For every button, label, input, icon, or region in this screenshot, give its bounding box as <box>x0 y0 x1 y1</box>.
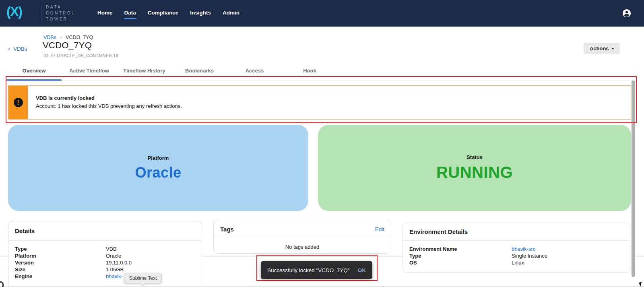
detail-label-type: Type <box>15 246 106 252</box>
environment-card: Environment Details Environment Name bha… <box>402 223 630 273</box>
nav-item-home[interactable]: Home <box>97 7 113 19</box>
details-heading: Details <box>15 227 35 234</box>
detail-label-size: Size <box>15 266 106 273</box>
status-label: Status <box>466 154 483 160</box>
warning-strip: ! <box>8 86 28 119</box>
table-row: OS Linux <box>409 259 623 266</box>
environment-heading: Environment Details <box>409 228 468 235</box>
tags-card-header: Tags Edit <box>214 220 391 238</box>
tab-active-timeflow[interactable]: Active Timeflow <box>62 68 117 74</box>
tab-overview[interactable]: Overview <box>6 68 62 74</box>
env-label-os: OS <box>409 259 512 266</box>
brand-line-2: CONTROL <box>46 10 75 16</box>
active-tab-underline <box>6 79 62 81</box>
detail-value-type: VDB <box>106 246 117 252</box>
page-title: VCDO_7YQ <box>43 40 92 51</box>
exclamation-circle-icon: ! <box>14 98 23 107</box>
breadcrumb: VDBs › VCDO_7YQ <box>43 35 93 40</box>
lock-success-toast: Successfully locked "VCDO_7YQ" OK <box>261 261 372 279</box>
toast-message: Successfully locked "VCDO_7YQ" <box>267 267 354 273</box>
table-row: Type Single Instance <box>409 252 623 259</box>
breadcrumb-current: VCDO_7YQ <box>66 35 93 40</box>
breadcrumb-separator-icon: › <box>60 35 62 40</box>
actions-label: Actions <box>590 45 609 52</box>
tab-timeflow-history[interactable]: Timeflow History <box>117 68 172 74</box>
detail-label-platform: Platform <box>15 252 106 259</box>
back-chevron-icon: ‹ <box>8 45 10 52</box>
platform-card: Platform Oracle <box>8 125 308 211</box>
brand-name: DATA CONTROL TOWER <box>46 4 75 22</box>
table-row: Size 1.05GB <box>15 266 195 273</box>
back-to-vdbs-link[interactable]: ‹VDBs <box>8 45 27 52</box>
environment-card-header: Environment Details <box>403 223 630 241</box>
app-window: (X) DATA CONTROL TOWER Home Data Complia… <box>0 0 644 287</box>
chevron-down-icon: ▾ <box>612 47 614 51</box>
actions-button[interactable]: Actions ▾ <box>584 43 620 54</box>
details-card-header: Details <box>8 221 202 241</box>
warning-text: Account: 1 has locked this VDB preventin… <box>36 103 182 109</box>
vertical-scrollbar[interactable] <box>632 81 635 277</box>
top-navbar: (X) DATA CONTROL TOWER Home Data Complia… <box>0 0 644 27</box>
brand-divider <box>41 5 41 21</box>
main-nav: Home Data Compliance Insights Admin <box>97 0 240 27</box>
tab-divider <box>6 80 638 81</box>
table-row: Engine bhavik- <box>15 273 195 280</box>
table-row: Platform Oracle <box>15 252 195 259</box>
status-value: RUNNING <box>436 163 513 182</box>
platform-value: Oracle <box>135 164 181 181</box>
details-card: Details Type VDB Platform Oracle Version… <box>8 221 202 287</box>
env-value-os: Linux <box>512 259 524 266</box>
tags-edit-link[interactable]: Edit <box>375 226 384 232</box>
table-row: Version 19.11.0.0.0 <box>15 259 195 266</box>
page-id: ID: 47-ORACLE_DB_CONTAINER-16 <box>43 53 118 58</box>
nav-item-admin[interactable]: Admin <box>222 7 240 19</box>
tags-card: Tags Edit No tags added <box>213 220 391 254</box>
details-rows: Type VDB Platform Oracle Version 19.11.0… <box>8 241 202 280</box>
engine-link[interactable]: bhavik- <box>106 273 123 280</box>
nav-item-insights[interactable]: Insights <box>190 7 211 19</box>
platform-label: Platform <box>148 155 169 161</box>
env-label-name: Environment Name <box>409 246 512 252</box>
dock-corner-shape <box>0 281 4 287</box>
window-bottom-edge <box>0 286 644 287</box>
breadcrumb-root-link[interactable]: VDBs <box>43 35 56 40</box>
toast-ok-button[interactable]: OK <box>358 267 366 273</box>
detail-value-size: 1.05GB <box>106 266 124 273</box>
table-row: Environment Name bhavik-src <box>409 246 623 252</box>
env-value-type: Single Instance <box>512 252 547 259</box>
detail-label-version: Version <box>15 259 106 266</box>
warning-body: VDB is currently locked Account: 1 has l… <box>28 86 182 119</box>
tags-heading: Tags <box>220 226 234 233</box>
detail-value-version: 19.11.0.0.0 <box>106 259 132 266</box>
tab-hook[interactable]: Hook <box>282 68 337 74</box>
tags-empty-text: No tags added <box>214 238 391 250</box>
tab-bar: Overview Active Timeflow Timeflow Histor… <box>0 66 644 81</box>
detail-value-platform: Oracle <box>106 252 121 259</box>
status-card: Status RUNNING <box>318 125 631 211</box>
environment-rows: Environment Name bhavik-src Type Single … <box>403 241 630 266</box>
lock-warning-banner: ! VDB is currently locked Account: 1 has… <box>8 85 631 120</box>
brand-line-1: DATA <box>46 4 75 10</box>
nav-item-compliance[interactable]: Compliance <box>147 7 179 19</box>
table-row: Type VDB <box>15 246 195 252</box>
brand-line-3: TOWER <box>46 16 75 22</box>
account-icon[interactable] <box>622 9 631 18</box>
detail-label-engine: Engine <box>15 273 106 280</box>
nav-item-data[interactable]: Data <box>124 7 136 19</box>
tab-bookmarks[interactable]: Bookmarks <box>172 68 227 74</box>
env-label-type: Type <box>409 252 512 259</box>
sublime-text-tooltip: Sublime Text <box>124 273 162 283</box>
tab-access[interactable]: Access <box>227 68 282 74</box>
environment-name-link[interactable]: bhavik-src <box>512 246 535 252</box>
warning-title: VDB is currently locked <box>36 95 182 101</box>
back-label: VDBs <box>13 46 27 52</box>
delphix-logo-icon[interactable]: (X) <box>6 4 22 19</box>
